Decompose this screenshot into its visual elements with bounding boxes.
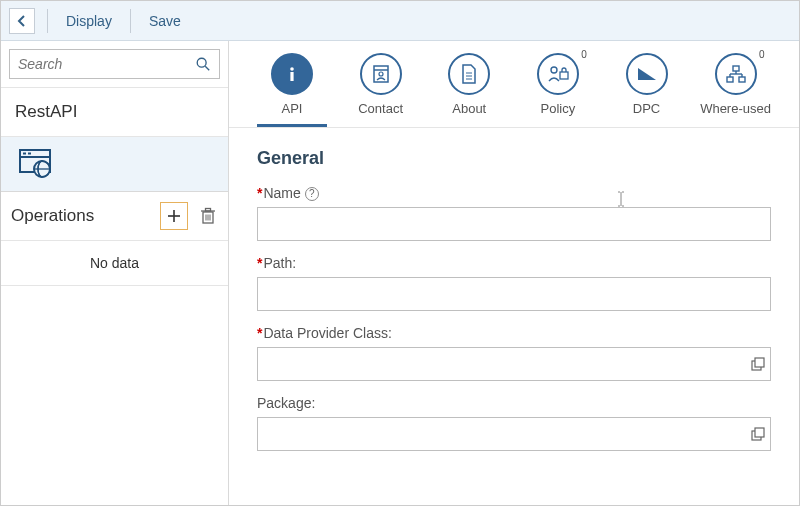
- section-title: General: [257, 148, 771, 169]
- tab-about[interactable]: About: [434, 53, 504, 127]
- tabs: API Contact About 0: [229, 41, 799, 128]
- field-dpc: *Data Provider Class:: [257, 325, 771, 381]
- svg-rect-34: [755, 358, 764, 367]
- back-button[interactable]: [9, 8, 35, 34]
- svg-line-1: [205, 66, 209, 70]
- input-package[interactable]: [257, 417, 771, 451]
- svg-rect-26: [733, 66, 739, 71]
- field-path: *Path:: [257, 255, 771, 311]
- add-operation-button[interactable]: [160, 202, 188, 230]
- form-general: General *Name? *Path:: [229, 128, 799, 485]
- tab-label: Contact: [358, 101, 403, 116]
- toolbar-separator: [130, 9, 131, 33]
- svg-rect-5: [28, 153, 31, 155]
- value-help-icon: [751, 357, 765, 371]
- search-input[interactable]: [18, 56, 195, 72]
- tab-badge: 0: [581, 49, 587, 60]
- svg-rect-17: [290, 72, 293, 81]
- trash-icon: [200, 207, 216, 225]
- help-icon[interactable]: ?: [305, 187, 319, 201]
- tab-label: Policy: [541, 101, 576, 116]
- tab-label: DPC: [633, 101, 660, 116]
- tab-label: API: [282, 101, 303, 116]
- object-title: RestAPI: [1, 88, 228, 137]
- svg-rect-12: [206, 209, 211, 212]
- value-help-button[interactable]: [751, 427, 765, 441]
- field-package: Package:: [257, 395, 771, 451]
- label-path: *Path:: [257, 255, 771, 271]
- svg-rect-4: [23, 153, 26, 155]
- resource-row[interactable]: [1, 137, 228, 192]
- value-help-icon: [751, 427, 765, 441]
- toolbar: Display Save: [1, 1, 799, 41]
- operations-header: Operations: [1, 192, 228, 241]
- svg-rect-25: [560, 72, 568, 79]
- text-cursor-icon: [616, 191, 626, 207]
- label-package: Package:: [257, 395, 771, 411]
- label-dpc: *Data Provider Class:: [257, 325, 771, 341]
- tab-label: Where-used: [700, 101, 771, 116]
- svg-point-0: [197, 58, 206, 67]
- tab-label: About: [452, 101, 486, 116]
- field-name: *Name?: [257, 185, 771, 241]
- search-box[interactable]: [9, 49, 220, 79]
- tab-api[interactable]: API: [257, 53, 327, 127]
- save-button[interactable]: Save: [143, 13, 187, 29]
- operations-label: Operations: [11, 206, 160, 226]
- plus-icon: [167, 209, 181, 223]
- svg-rect-27: [727, 77, 733, 82]
- display-button[interactable]: Display: [60, 13, 118, 29]
- sidebar: RestAPI Operations: [1, 41, 229, 505]
- input-dpc[interactable]: [257, 347, 771, 381]
- body: RestAPI Operations: [1, 41, 799, 505]
- tab-badge: 0: [759, 49, 765, 60]
- operations-empty: No data: [1, 241, 228, 286]
- tab-policy[interactable]: 0 Policy: [523, 53, 593, 127]
- svg-point-16: [290, 67, 294, 71]
- tab-where-used[interactable]: 0 Where-used: [700, 53, 771, 127]
- input-name[interactable]: [257, 207, 771, 241]
- policy-icon: [546, 63, 570, 85]
- toolbar-separator: [47, 9, 48, 33]
- svg-point-24: [551, 67, 557, 73]
- svg-rect-36: [755, 428, 764, 437]
- input-path[interactable]: [257, 277, 771, 311]
- browser-globe-icon: [19, 149, 53, 179]
- label-name: *Name?: [257, 185, 771, 201]
- tab-dpc[interactable]: DPC: [612, 53, 682, 127]
- info-icon: [282, 64, 302, 84]
- main: API Contact About 0: [229, 41, 799, 505]
- document-icon: [459, 63, 479, 85]
- svg-rect-28: [739, 77, 745, 82]
- svg-rect-18: [374, 66, 388, 82]
- value-help-button[interactable]: [751, 357, 765, 371]
- chevron-left-icon: [16, 15, 28, 27]
- app-root: Display Save RestAPI: [0, 0, 800, 506]
- search-wrap: [1, 41, 228, 88]
- hierarchy-icon: [725, 64, 747, 84]
- contact-icon: [370, 63, 392, 85]
- search-icon: [195, 55, 211, 73]
- dpc-icon: [636, 64, 658, 84]
- delete-operation-button[interactable]: [198, 206, 218, 226]
- tab-contact[interactable]: Contact: [346, 53, 416, 127]
- svg-point-20: [379, 72, 383, 76]
